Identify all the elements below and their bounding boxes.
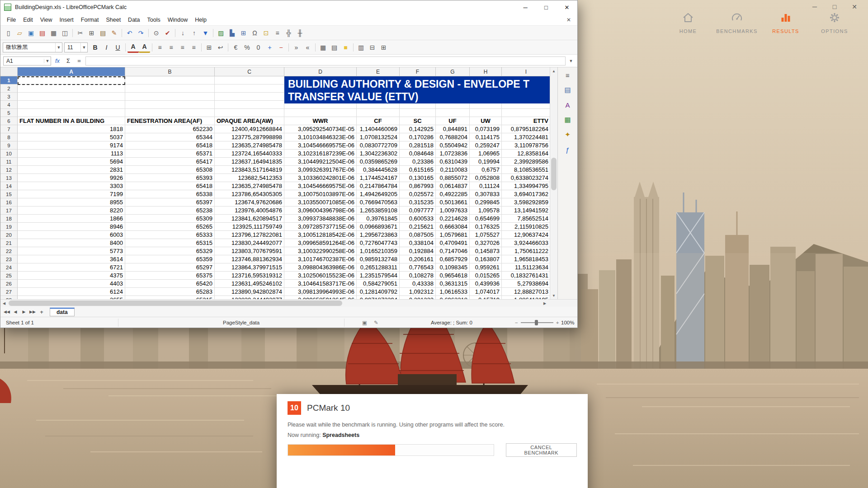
cell-E5[interactable]: [357, 109, 400, 117]
new-icon[interactable]: ▯: [3, 28, 14, 38]
cell-I5[interactable]: [502, 109, 550, 117]
average-sum-status[interactable]: Average: ; Sum: 0: [431, 317, 472, 328]
cell-E13[interactable]: 1,1744524167: [357, 174, 400, 182]
row-header-9[interactable]: 9: [0, 141, 18, 150]
cell-H27[interactable]: 1,074017: [470, 288, 502, 296]
cell-C19[interactable]: 123925,111759749: [215, 223, 284, 231]
special-character-icon[interactable]: Ω: [249, 28, 260, 38]
cell-E22[interactable]: 1,0165210359: [357, 247, 400, 255]
functions-icon[interactable]: ƒ: [562, 145, 573, 155]
cell-F22[interactable]: 0,192884: [400, 247, 436, 255]
insert-comment-icon[interactable]: ⊡: [260, 28, 272, 38]
cell-I18[interactable]: 7,85652514: [502, 215, 550, 223]
cell-C1[interactable]: [215, 76, 284, 84]
find-replace-icon[interactable]: ⊙: [151, 28, 162, 38]
row-header-17[interactable]: 17: [0, 206, 18, 215]
row-header-3[interactable]: 3: [0, 93, 18, 101]
cell-I22[interactable]: 1,750611222: [502, 247, 550, 255]
row-header-12[interactable]: 12: [0, 166, 18, 174]
cell-F19[interactable]: 0,215621: [400, 223, 436, 231]
row-header-20[interactable]: 20: [0, 231, 18, 239]
cell-G12[interactable]: 0,2110083: [436, 166, 470, 174]
cell-C4[interactable]: [215, 101, 284, 109]
undo-icon[interactable]: ↶: [124, 28, 135, 38]
cell-A4[interactable]: [18, 101, 125, 109]
merge-cells-icon[interactable]: ⊞: [203, 42, 215, 53]
cell-D14[interactable]: 3,104546669575E-06: [284, 182, 357, 190]
cell-A16[interactable]: 8955: [18, 198, 125, 206]
formula-bar-expand-icon[interactable]: ▼: [567, 59, 575, 63]
select-all-corner[interactable]: [0, 67, 18, 76]
row-header-4[interactable]: 4: [0, 101, 18, 109]
row-header-6[interactable]: 6: [0, 117, 18, 125]
row-header-13[interactable]: 13: [0, 174, 18, 182]
cell-B22[interactable]: 65329: [125, 247, 215, 255]
menu-sheet[interactable]: Sheet: [102, 15, 124, 24]
calc-close-icon[interactable]: ✕: [557, 0, 577, 14]
cell-A1[interactable]: [18, 76, 125, 84]
cell-G26[interactable]: 0,3631315: [436, 280, 470, 288]
scroll-right-icon[interactable]: ▶: [541, 300, 548, 307]
menu-file[interactable]: File: [3, 15, 19, 24]
cell-F26[interactable]: 0,43338: [400, 280, 436, 288]
cell-G10[interactable]: 1,0723836: [436, 150, 470, 158]
freeze-panes-icon[interactable]: ╬: [283, 28, 294, 38]
scroll-down-icon[interactable]: ▼: [550, 292, 557, 299]
equals-button[interactable]: =: [75, 56, 84, 66]
cell-C18[interactable]: 123841,620894517: [215, 215, 284, 223]
delete-decimal-icon[interactable]: −: [275, 42, 287, 53]
cell-B6[interactable]: FENESTRATION AREA(AF): [125, 117, 215, 125]
conditional-formatting-icon[interactable]: ▥: [355, 42, 367, 53]
cell-H21[interactable]: 0,327026: [470, 239, 502, 247]
cell-B17[interactable]: 65238: [125, 206, 215, 215]
cell-G8[interactable]: 0,7688204: [436, 133, 470, 141]
cell-D16[interactable]: 3,103550071085E-06: [284, 198, 357, 206]
cell-A2[interactable]: [18, 84, 125, 93]
selection-mode-icon[interactable]: ▣: [362, 317, 367, 328]
calc-titlebar[interactable]: BuildingDesign.xls - LibreOfficePCMark C…: [0, 0, 577, 14]
cell-E12[interactable]: 0,384445628: [357, 166, 400, 174]
cell-I16[interactable]: 3,598292859: [502, 198, 550, 206]
row-header-21[interactable]: 21: [0, 239, 18, 247]
cell-F7[interactable]: 0,142925: [400, 125, 436, 133]
cell-A17[interactable]: 8220: [18, 206, 125, 215]
cell-H7[interactable]: 0,073199: [470, 125, 502, 133]
border-style-icon[interactable]: ▤: [329, 42, 340, 53]
cell-H14[interactable]: 0,11124: [470, 182, 502, 190]
cell-E10[interactable]: 1,3042236302: [357, 150, 400, 158]
cell-C12[interactable]: 123843,517164819: [215, 166, 284, 174]
cell-B27[interactable]: 65283: [125, 288, 215, 296]
row-header-16[interactable]: 16: [0, 198, 18, 206]
cell-E26[interactable]: 0,584279051: [357, 280, 400, 288]
cell-I6[interactable]: ETTV: [502, 117, 550, 125]
col-header-H[interactable]: H: [470, 67, 502, 76]
highlight-color-icon[interactable]: A: [139, 42, 150, 53]
row-header-10[interactable]: 10: [0, 150, 18, 158]
cell-F20[interactable]: 0,087505: [400, 231, 436, 239]
cell-F15[interactable]: 0,025572: [400, 190, 436, 198]
cell-E25[interactable]: 1,2351579544: [357, 272, 400, 280]
increase-indent-icon[interactable]: »: [291, 42, 302, 53]
nav-item-results[interactable]: RESULTS: [765, 12, 807, 34]
insert-chart-icon[interactable]: ▙: [226, 28, 238, 38]
cell-F23[interactable]: 0,206161: [400, 255, 436, 263]
redo-icon[interactable]: ↷: [135, 28, 146, 38]
cell-G16[interactable]: 0,5013661: [436, 198, 470, 206]
cell-D17[interactable]: 3,096004396798E-06: [284, 206, 357, 215]
cell-H25[interactable]: 0,015265: [470, 272, 502, 280]
row-header-28[interactable]: 28: [0, 296, 18, 299]
cell-H8[interactable]: 0,114175: [470, 133, 502, 141]
row-header-25[interactable]: 25: [0, 272, 18, 280]
font-size-combo[interactable]: 11 ▼: [64, 42, 88, 52]
cell-I19[interactable]: 2,115910825: [502, 223, 550, 231]
cell-A14[interactable]: 3303: [18, 182, 125, 190]
cell-B28[interactable]: 65315: [125, 296, 215, 299]
cell-I26[interactable]: 5,27938694: [502, 280, 550, 288]
col-header-B[interactable]: B: [125, 67, 215, 76]
bold-icon[interactable]: B: [90, 42, 101, 53]
cell-D25[interactable]: 3,102506015523E-06: [284, 272, 357, 280]
scroll-up-icon[interactable]: ▲: [550, 67, 557, 75]
cell-C27[interactable]: 123890,942802874: [215, 288, 284, 296]
cell-B25[interactable]: 65375: [125, 272, 215, 280]
cell-F21[interactable]: 0,338104: [400, 239, 436, 247]
